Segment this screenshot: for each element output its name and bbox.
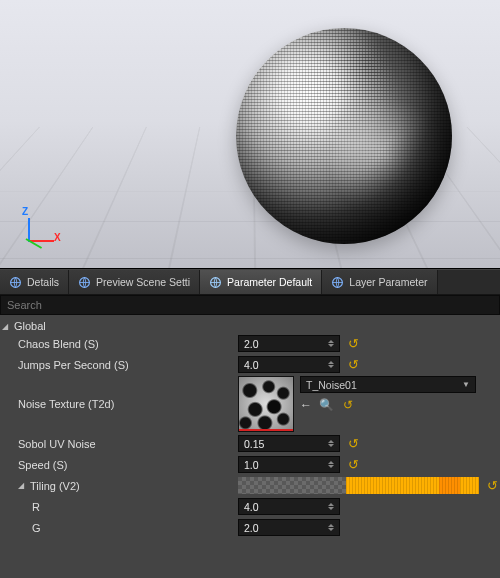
texture-asset-name: T_Noise01	[306, 379, 357, 391]
spinbox-value: 4.0	[244, 359, 259, 371]
panel-tabs: Details Preview Scene Setti Parameter De…	[0, 269, 500, 295]
param-label: G	[0, 522, 238, 534]
param-row-chaos-blend: Chaos Blend (S) 2.0 ↺	[0, 333, 500, 354]
search-placeholder: Search	[7, 299, 493, 311]
tab-label: Preview Scene Setti	[96, 276, 190, 288]
globe-icon	[209, 276, 222, 289]
expand-icon: ◢	[2, 322, 10, 331]
reset-icon[interactable]: ↺	[346, 337, 361, 350]
axis-label-x: X	[54, 232, 61, 243]
param-label: R	[0, 501, 238, 513]
spinbox-arrows[interactable]	[326, 336, 337, 351]
spinbox-arrows[interactable]	[326, 357, 337, 372]
param-label: Sobol UV Noise	[0, 438, 238, 450]
parameter-rows: Chaos Blend (S) 2.0 ↺ Jumps Per Second (…	[0, 333, 500, 538]
spinbox-arrows[interactable]	[326, 499, 337, 514]
reset-icon[interactable]: ↺	[341, 399, 355, 411]
spinbox-speed[interactable]: 1.0	[238, 456, 340, 473]
reset-icon[interactable]: ↺	[346, 458, 361, 471]
param-label: Speed (S)	[0, 459, 238, 471]
group-header-global[interactable]: ◢ Global	[0, 319, 500, 333]
texture-slot: T_Noise01 ▼ ← 🔍 ↺	[238, 376, 476, 432]
spinbox-jumps-per-second[interactable]: 4.0	[238, 356, 340, 373]
use-selected-icon[interactable]: ←	[300, 398, 312, 412]
spinbox-value: 0.15	[244, 438, 264, 450]
browse-icon[interactable]: 🔍	[319, 398, 334, 412]
tab-details[interactable]: Details	[0, 270, 69, 294]
spinbox-value: 2.0	[244, 338, 259, 350]
material-preview-viewport[interactable]: Z X	[0, 0, 500, 269]
reset-icon[interactable]: ↺	[485, 479, 500, 492]
tab-label: Layer Parameter	[349, 276, 427, 288]
spinbox-tiling-g[interactable]: 2.0	[238, 519, 340, 536]
tab-label: Details	[27, 276, 59, 288]
texture-dropdown[interactable]: T_Noise01 ▼	[300, 376, 476, 393]
tab-label: Parameter Default	[227, 276, 312, 288]
globe-icon	[9, 276, 22, 289]
tiling-color-strip	[346, 477, 479, 494]
param-row-speed: Speed (S) 1.0 ↺	[0, 454, 500, 475]
expand-icon: ◢	[18, 481, 26, 490]
tab-layer-parameters[interactable]: Layer Parameter	[322, 270, 437, 294]
param-label[interactable]: ◢ Tiling (V2)	[0, 480, 238, 492]
spinbox-arrows[interactable]	[326, 436, 337, 451]
axis-label-z: Z	[22, 206, 28, 217]
param-label-text: Tiling (V2)	[30, 480, 80, 492]
param-label: Jumps Per Second (S)	[0, 359, 238, 371]
spinbox-chaos-blend[interactable]: 2.0	[238, 335, 340, 352]
param-label: Noise Texture (T2d)	[0, 398, 238, 410]
reset-icon[interactable]: ↺	[346, 437, 361, 450]
spinbox-arrows[interactable]	[326, 520, 337, 535]
spinbox-value: 2.0	[244, 522, 259, 534]
spinbox-arrows[interactable]	[326, 457, 337, 472]
spinbox-value: 1.0	[244, 459, 259, 471]
globe-icon	[331, 276, 344, 289]
preview-sphere	[236, 28, 452, 244]
search-input[interactable]: Search	[0, 295, 500, 315]
editor-root: Z X Details Preview Scene Setti Paramete…	[0, 0, 500, 578]
axis-gizmo: Z X	[16, 206, 66, 256]
param-row-noise-texture: Noise Texture (T2d) T_Noise01 ▼ ← 🔍	[0, 375, 500, 433]
param-row-tiling-r: R 4.0	[0, 496, 500, 517]
parameter-panel: ◢ Global Chaos Blend (S) 2.0 ↺ Jumps Per…	[0, 315, 500, 578]
globe-icon	[78, 276, 91, 289]
param-label: Chaos Blend (S)	[0, 338, 238, 350]
tiling-checker	[238, 477, 346, 494]
spinbox-tiling-r[interactable]: 4.0	[238, 498, 340, 515]
spinbox-sobol-uv-noise[interactable]: 0.15	[238, 435, 340, 452]
param-row-sobol-uv-noise: Sobol UV Noise 0.15 ↺	[0, 433, 500, 454]
spinbox-value: 4.0	[244, 501, 259, 513]
group-label: Global	[14, 320, 46, 332]
param-row-tiling-g: G 2.0	[0, 517, 500, 538]
tiling-preview-strip	[238, 477, 479, 494]
chevron-down-icon: ▼	[462, 380, 470, 389]
texture-thumbnail[interactable]	[238, 376, 294, 432]
param-row-tiling: ◢ Tiling (V2) ↺	[0, 475, 500, 496]
reset-icon[interactable]: ↺	[346, 358, 361, 371]
tab-preview-scene[interactable]: Preview Scene Setti	[69, 270, 200, 294]
param-row-jumps-per-second: Jumps Per Second (S) 4.0 ↺	[0, 354, 500, 375]
tab-parameter-defaults[interactable]: Parameter Default	[200, 270, 322, 294]
